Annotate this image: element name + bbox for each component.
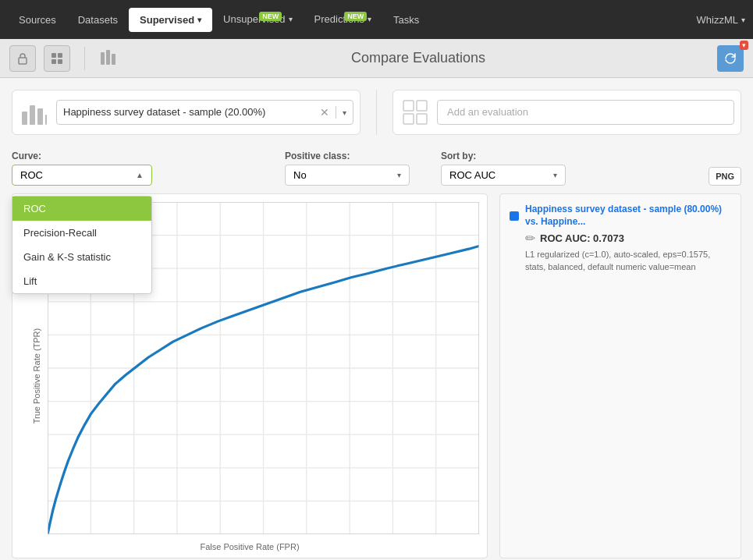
eval-box-left: Happiness survey dataset - sample (20.00… xyxy=(12,90,361,135)
svg-rect-10 xyxy=(37,108,43,125)
legend-title-row: Happiness survey dataset - sample (80.00… xyxy=(510,204,731,228)
positive-class-select[interactable]: No ▾ xyxy=(285,165,410,186)
lock-icon xyxy=(16,52,29,65)
refresh-button[interactable]: ▾ xyxy=(717,45,744,72)
svg-rect-6 xyxy=(106,50,110,65)
nav-item-supervised[interactable]: Supervised ▾ xyxy=(129,8,212,32)
nav-item-unsupervised[interactable]: Unsupervised ▾ xyxy=(212,7,304,31)
nav-item-datasets[interactable]: Datasets xyxy=(67,8,129,32)
nav-user-menu[interactable]: WhizzML ▾ xyxy=(697,14,745,26)
nav-item-predictions[interactable]: Predictions ▾ xyxy=(304,7,382,31)
unsupervised-new-badge: NEW xyxy=(259,12,282,21)
toolbar-divider xyxy=(84,47,85,70)
curve-option-precision-recall[interactable]: Precision-Recall xyxy=(12,221,151,245)
png-button-wrap: PNG xyxy=(709,167,741,186)
eval-chart-icon xyxy=(20,97,49,127)
legend-auc-value: ROC AUC: 0.7073 xyxy=(540,232,624,244)
nav-unsupervised-wrap: Unsupervised ▾ NEW xyxy=(212,7,304,31)
eval-grid-icon xyxy=(400,97,430,127)
png-download-button[interactable]: PNG xyxy=(709,167,741,186)
predictions-new-badge: NEW xyxy=(344,12,367,21)
evaluation-row: Happiness survey dataset - sample (20.00… xyxy=(12,90,741,135)
curve-option-gain-ks[interactable]: Gain & K-S statistic xyxy=(12,245,151,269)
predictions-chevron-icon: ▾ xyxy=(368,15,371,23)
nav-datasets-wrap: Datasets xyxy=(67,8,129,32)
curve-dropdown-arrow: ▲ xyxy=(136,171,144,179)
user-label: WhizzML xyxy=(697,14,738,26)
nav-label-datasets: Datasets xyxy=(78,14,118,26)
svg-rect-14 xyxy=(403,114,414,124)
sort-by-value: ROC AUC xyxy=(449,169,495,181)
curve-value: ROC xyxy=(20,169,43,181)
legend-dataset-title: Happiness survey dataset - sample (80.00… xyxy=(525,204,731,228)
positive-class-value: No xyxy=(293,169,307,181)
legend-description: L1 regularized (c=1.0), auto-scaled, eps… xyxy=(525,249,731,273)
toolbar-right-actions: ▾ xyxy=(717,45,744,72)
curve-dropdown-menu: ROC Precision-Recall Gain & K-S statisti… xyxy=(12,196,152,294)
main-content: Happiness survey dataset - sample (20.00… xyxy=(0,78,753,560)
sort-by-dropdown-arrow: ▾ xyxy=(553,171,557,179)
curve-select[interactable]: ROC ▲ xyxy=(12,165,152,186)
refresh-dropdown-arrow: ▾ xyxy=(740,41,748,50)
eval-left-clear-button[interactable]: ✕ xyxy=(314,106,336,119)
nav-item-tasks[interactable]: Tasks xyxy=(382,8,430,32)
svg-rect-11 xyxy=(45,115,47,125)
svg-rect-9 xyxy=(30,105,35,125)
positive-class-label: Positive class: xyxy=(285,151,410,161)
eval-left-dataset-label: Happiness survey dataset - sample (20.00… xyxy=(57,100,314,125)
curve-option-roc[interactable]: ROC xyxy=(12,197,151,221)
eval-right-input[interactable]: Add an evaluation xyxy=(437,100,734,125)
nav-predictions-wrap: Predictions ▾ NEW xyxy=(304,7,382,31)
legend-auc-row: ✏ ROC AUC: 0.7073 xyxy=(525,231,731,246)
supervised-chevron-icon: ▾ xyxy=(197,16,201,24)
eval-left-icon xyxy=(19,97,50,128)
grid-view-button[interactable] xyxy=(44,45,70,72)
user-chevron-icon: ▾ xyxy=(741,16,745,24)
toolbar-title: Compare Evaluations xyxy=(127,50,709,66)
chart-y-label: True Positive Rate (TPR) xyxy=(32,328,41,424)
sort-by-control: Sort by: ROC AUC ▾ xyxy=(441,151,566,186)
nav-label-supervised: Supervised xyxy=(140,14,194,26)
refresh-icon xyxy=(723,51,737,66)
lock-button[interactable] xyxy=(9,45,36,72)
compare-icon xyxy=(99,48,121,69)
svg-rect-8 xyxy=(22,112,27,125)
eval-right-placeholder: Add an evaluation xyxy=(438,100,733,125)
curve-label: Curve: xyxy=(12,151,152,161)
controls-row: Curve: ROC ▲ ROC Precision-Recall Gain &… xyxy=(12,151,741,186)
svg-rect-3 xyxy=(52,59,56,64)
svg-rect-4 xyxy=(58,59,62,64)
sort-by-select[interactable]: ROC AUC ▾ xyxy=(441,165,566,186)
grid-icon xyxy=(50,51,64,66)
svg-rect-15 xyxy=(417,114,427,124)
nav-supervised-wrap: Supervised ▾ xyxy=(129,8,212,32)
svg-rect-12 xyxy=(403,101,414,111)
svg-rect-7 xyxy=(112,54,115,65)
nav-sources-wrap: Sources xyxy=(8,8,67,32)
positive-class-dropdown-arrow: ▾ xyxy=(397,171,401,179)
curve-option-lift[interactable]: Lift xyxy=(12,269,151,293)
eval-row-divider xyxy=(376,90,377,135)
svg-rect-5 xyxy=(101,52,105,65)
legend-pen-icon: ✏ xyxy=(525,231,535,246)
svg-rect-13 xyxy=(417,101,427,111)
curve-control: Curve: ROC ▲ ROC Precision-Recall Gain &… xyxy=(12,151,152,186)
toolbar: Compare Evaluations ▾ xyxy=(0,39,753,78)
nav-tasks-wrap: Tasks xyxy=(382,8,430,32)
chart-x-label: False Positive Rate (FPR) xyxy=(200,542,299,551)
positive-class-control: Positive class: No ▾ xyxy=(285,151,410,186)
eval-left-input[interactable]: Happiness survey dataset - sample (20.00… xyxy=(56,100,353,125)
eval-left-dropdown-button[interactable]: ▾ xyxy=(336,108,353,117)
svg-rect-0 xyxy=(19,58,27,64)
nav-label-tasks: Tasks xyxy=(393,14,419,26)
svg-rect-1 xyxy=(52,53,56,58)
legend-panel: Happiness survey dataset - sample (80.00… xyxy=(499,193,741,558)
sort-by-label: Sort by: xyxy=(441,151,566,161)
nav-item-sources[interactable]: Sources xyxy=(8,8,67,32)
top-navigation: Sources Datasets Supervised ▾ Unsupervis… xyxy=(0,0,753,39)
unsupervised-chevron-icon: ▾ xyxy=(289,15,293,23)
eval-box-right: Add an evaluation xyxy=(392,90,741,135)
nav-label-sources: Sources xyxy=(19,14,56,26)
legend-item: Happiness survey dataset - sample (80.00… xyxy=(510,204,731,273)
svg-rect-2 xyxy=(58,53,62,58)
